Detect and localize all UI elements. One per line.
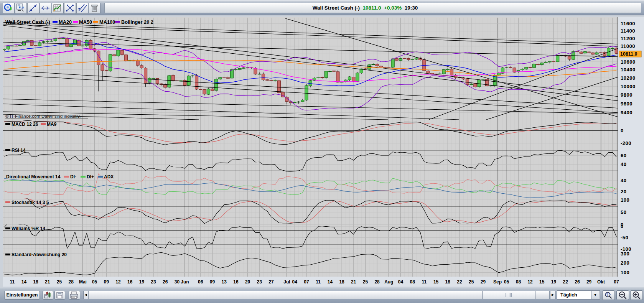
svg-text:15: 15 <box>539 279 545 285</box>
svg-text:-200: -200 <box>621 140 631 146</box>
svg-text:09: 09 <box>210 279 215 285</box>
svg-text:28: 28 <box>69 279 74 285</box>
svg-text:07: 07 <box>304 279 309 285</box>
svg-text:13: 13 <box>222 279 227 285</box>
svg-text:MA100: MA100 <box>99 19 115 25</box>
svg-text:FLA: FLA <box>19 6 24 9</box>
svg-text:-50: -50 <box>621 235 628 240</box>
svg-text:10200: 10200 <box>621 75 636 81</box>
svg-text:29: 29 <box>481 279 486 285</box>
svg-text:18: 18 <box>445 279 451 285</box>
svg-text:20: 20 <box>621 189 626 194</box>
svg-text:19: 19 <box>139 279 145 285</box>
svg-text:Wall Street Cash (-): Wall Street Cash (-) <box>5 19 50 25</box>
svg-text:11: 11 <box>316 279 321 285</box>
svg-text:26: 26 <box>163 279 168 285</box>
svg-text:25: 25 <box>469 279 474 285</box>
svg-text:26: 26 <box>575 279 580 285</box>
svg-text:11: 11 <box>10 279 15 285</box>
svg-text:Mai: Mai <box>79 279 87 285</box>
svg-text:16: 16 <box>127 279 133 285</box>
svg-text:Jul: Jul <box>283 279 290 285</box>
svg-text:Sep: Sep <box>493 279 502 285</box>
svg-text:15: 15 <box>433 279 439 285</box>
svg-text:28: 28 <box>374 279 380 285</box>
svg-text:10000: 10000 <box>621 84 636 89</box>
svg-text:9400: 9400 <box>621 110 632 115</box>
svg-text:12: 12 <box>527 279 533 285</box>
svg-text:14: 14 <box>328 279 333 285</box>
svg-text:Jun: Jun <box>181 279 189 285</box>
svg-text:30: 30 <box>175 279 180 285</box>
svg-text:MA50: MA50 <box>79 19 92 25</box>
svg-text:MACD 12 26: MACD 12 26 <box>12 122 38 127</box>
svg-text:DI+: DI+ <box>87 174 94 179</box>
svg-text:23: 23 <box>151 279 156 285</box>
svg-text:23: 23 <box>257 279 262 285</box>
svg-text:ADX: ADX <box>104 174 114 179</box>
svg-text:09: 09 <box>104 279 109 285</box>
svg-text:25: 25 <box>57 279 62 285</box>
svg-text:20: 20 <box>245 279 250 285</box>
svg-text:08: 08 <box>410 279 415 285</box>
svg-text:60: 60 <box>621 153 626 158</box>
svg-text:12: 12 <box>115 279 121 285</box>
svg-text:08: 08 <box>516 279 521 285</box>
svg-text:9800: 9800 <box>621 92 632 98</box>
svg-text:11: 11 <box>422 279 427 285</box>
svg-text:06: 06 <box>198 279 203 285</box>
svg-text:14: 14 <box>21 279 27 285</box>
svg-text:300: 300 <box>621 251 629 257</box>
svg-text:40: 40 <box>621 178 626 183</box>
svg-text:11000: 11000 <box>621 43 635 49</box>
svg-text:29: 29 <box>586 279 592 285</box>
svg-text:04: 04 <box>398 279 404 285</box>
svg-text:10600: 10600 <box>621 59 636 65</box>
svg-text:200: 200 <box>621 260 629 266</box>
svg-text:10400: 10400 <box>621 67 636 72</box>
svg-text:9600: 9600 <box>621 101 632 107</box>
svg-text:40: 40 <box>621 161 626 167</box>
svg-text:0: 0 <box>621 128 624 133</box>
svg-text:27: 27 <box>268 279 274 285</box>
svg-text:22: 22 <box>563 279 568 285</box>
svg-text:19: 19 <box>551 279 557 285</box>
svg-text:16: 16 <box>233 279 239 285</box>
svg-text:100: 100 <box>621 270 629 275</box>
svg-text:11600: 11600 <box>621 21 635 26</box>
svg-text:Okt: Okt <box>597 279 605 285</box>
svg-text:04: 04 <box>292 279 298 285</box>
svg-text:11400: 11400 <box>621 28 635 34</box>
svg-text:07: 07 <box>614 279 619 285</box>
svg-text:21: 21 <box>351 279 356 285</box>
svg-text:21: 21 <box>45 279 50 285</box>
svg-text:100: 100 <box>621 197 629 203</box>
svg-text:18: 18 <box>339 279 344 285</box>
svg-text:Bollinger 20 2: Bollinger 20 2 <box>121 19 153 25</box>
svg-text:18: 18 <box>33 279 38 285</box>
svg-text:05: 05 <box>504 279 509 285</box>
svg-text:Williams %R 14: Williams %R 14 <box>12 226 45 231</box>
svg-text:50: 50 <box>621 209 626 215</box>
svg-text:Stochastik 14 3 5: Stochastik 14 3 5 <box>12 200 49 205</box>
svg-text:0: 0 <box>621 224 623 229</box>
svg-text:MA20: MA20 <box>59 19 72 25</box>
svg-text:Aug: Aug <box>384 279 393 285</box>
svg-text:© IT-Finance.com Daten sind in: © IT-Finance.com Daten sind indikativ. <box>5 114 81 119</box>
svg-text:10811.0: 10811.0 <box>620 51 637 57</box>
svg-text:Directional Movement 14: Directional Movement 14 <box>6 174 61 179</box>
svg-text:RSI 14: RSI 14 <box>12 148 26 153</box>
svg-text:05: 05 <box>92 279 97 285</box>
svg-text:DI-: DI- <box>70 174 76 179</box>
svg-text:MA9: MA9 <box>47 122 57 127</box>
svg-text:22: 22 <box>457 279 462 285</box>
svg-text:25: 25 <box>363 279 368 285</box>
svg-text:Standard-Abweichung 20: Standard-Abweichung 20 <box>12 252 67 257</box>
svg-text:11200: 11200 <box>621 36 635 41</box>
